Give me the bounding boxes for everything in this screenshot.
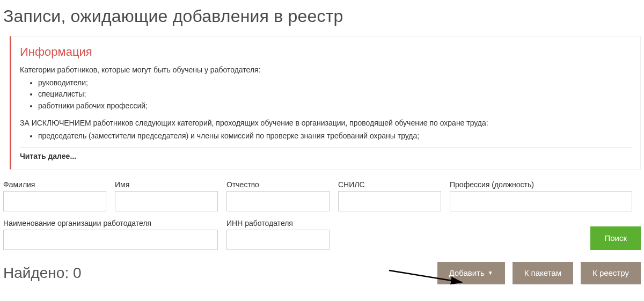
employer-inn-field: ИНН работодателя (226, 219, 330, 250)
results-found-number: 0 (73, 265, 82, 281)
page-title: Записи, ожидающие добавления в реестр (0, 0, 644, 36)
snils-label: СНИЛС (338, 180, 441, 189)
info-exception-intro: ЗА ИСКЛЮЧЕНИЕМ работников следующих кате… (20, 118, 632, 129)
to-registry-button[interactable]: К реестру (581, 262, 641, 284)
patronymic-label: Отчество (226, 180, 330, 189)
surname-label: Фамилия (3, 180, 106, 189)
add-button[interactable]: Добавить ▼ (437, 262, 505, 284)
info-panel: Информация Категории работников, которые… (10, 36, 641, 170)
snils-input[interactable] (338, 191, 441, 211)
patronymic-field: Отчество (226, 180, 330, 211)
results-bar: Найдено: 0 Добавить ▼ К пакетам К реестр… (0, 250, 644, 284)
divider (20, 147, 632, 148)
employer-inn-input[interactable] (226, 230, 330, 250)
employer-org-label: Наименование организации работодателя (3, 219, 218, 227)
name-input[interactable] (115, 191, 218, 211)
read-more-link[interactable]: Читать далее... (20, 152, 76, 160)
surname-input[interactable] (3, 191, 106, 211)
position-label: Профессия (должность) (450, 180, 632, 189)
employer-org-input[interactable] (3, 230, 218, 250)
position-field: Профессия (должность) (450, 180, 632, 211)
list-item: председатель (заместители председателя) … (38, 130, 632, 142)
caret-down-icon: ▼ (488, 270, 493, 276)
position-input[interactable] (450, 191, 632, 211)
list-item: работники рабочих профессий; (38, 100, 632, 112)
info-exceptions-list: председатель (заместители председателя) … (38, 130, 632, 142)
list-item: руководители; (38, 77, 632, 89)
info-heading: Информация (20, 43, 632, 61)
surname-field: Фамилия (3, 180, 106, 211)
search-button[interactable]: Поиск (590, 226, 641, 250)
list-item: специалисты; (38, 89, 632, 100)
employer-org-field: Наименование организации работодателя (3, 219, 218, 250)
results-count: Найдено: 0 (3, 265, 82, 282)
results-found-prefix: Найдено: (3, 265, 73, 281)
add-button-label: Добавить (449, 268, 485, 277)
to-packages-button[interactable]: К пакетам (513, 262, 573, 284)
name-label: Имя (115, 180, 218, 189)
patronymic-input[interactable] (226, 191, 330, 211)
filter-form: Фамилия Имя Отчество СНИЛС Профессия (до… (0, 180, 644, 250)
employer-inn-label: ИНН работодателя (226, 219, 330, 227)
info-categories-list: руководители; специалисты; работники раб… (38, 77, 632, 112)
snils-field: СНИЛС (338, 180, 441, 211)
name-field: Имя (115, 180, 218, 211)
info-intro: Категории работников, которые могут быть… (20, 64, 632, 76)
